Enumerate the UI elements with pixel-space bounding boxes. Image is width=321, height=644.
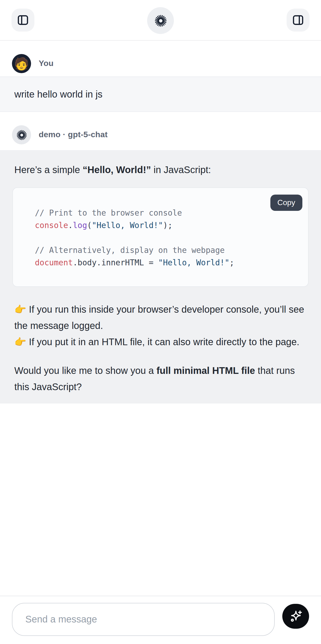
- burst-icon: [154, 14, 167, 27]
- user-message: write hello world in js: [0, 76, 321, 112]
- assistant-turn: demo · gpt-5-chat Here’s a simple “Hello…: [0, 112, 321, 404]
- user-avatar-emoji: 🧑: [14, 58, 29, 70]
- send-button[interactable]: [282, 604, 309, 629]
- panel-right-icon: [292, 14, 304, 26]
- composer-bar: [0, 596, 321, 644]
- copy-code-button[interactable]: Copy: [270, 194, 302, 211]
- panel-left-icon: [17, 14, 29, 26]
- sparkle-icon: [288, 609, 303, 624]
- user-turn: 🧑 You write hello world in js: [0, 41, 321, 112]
- assistant-question-text: Would you like me to show you a full min…: [14, 362, 307, 399]
- user-avatar: 🧑: [12, 54, 31, 73]
- user-turn-header: 🧑 You: [0, 41, 321, 73]
- right-panel-toggle-button[interactable]: [287, 8, 310, 32]
- assistant-avatar: [12, 125, 31, 144]
- burst-icon: [16, 129, 27, 140]
- assistant-message: Here’s a simple “Hello, World!” in JavaS…: [0, 150, 321, 404]
- assistant-turn-header: demo · gpt-5-chat: [0, 112, 321, 144]
- message-input[interactable]: [12, 603, 275, 636]
- code-content: // Print to the browser consoleconsole.l…: [35, 207, 299, 269]
- model-badge-button[interactable]: [147, 7, 174, 34]
- assistant-intro-text: Here’s a simple “Hello, World!” in JavaS…: [14, 162, 307, 177]
- chat-scroll-area[interactable]: 🧑 You write hello world in js demo · gpt…: [0, 41, 321, 404]
- chat-app: 🧑 You write hello world in js demo · gpt…: [0, 0, 321, 644]
- top-bar: [0, 0, 321, 41]
- sidebar-toggle-button[interactable]: [11, 8, 34, 32]
- user-message-text: write hello world in js: [14, 89, 102, 100]
- assistant-pointers-text: 👉 If you run this inside your browser’s …: [14, 301, 307, 350]
- user-sender-label: You: [39, 59, 53, 68]
- code-block: Copy // Print to the browser consolecons…: [12, 188, 309, 287]
- assistant-model-label: demo · gpt-5-chat: [39, 130, 108, 140]
